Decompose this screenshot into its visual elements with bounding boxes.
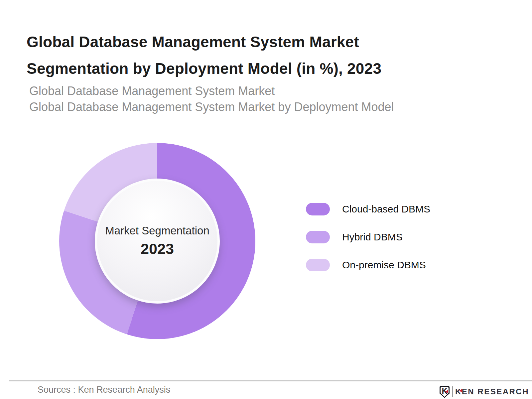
brand-rest: EN RESEARCH (462, 387, 529, 396)
legend-item-hybrid-dbms: Hybrid DBMS (306, 231, 430, 243)
red-arrow-icon (459, 389, 462, 392)
infographic-canvas: Global Database Management System Market… (0, 0, 532, 399)
sources-text: Sources : Ken Research Analysis (38, 385, 170, 395)
chart-subtitle-line2: Global Database Management System Market… (29, 99, 462, 115)
legend: Cloud-based DBMS Hybrid DBMS On-premise … (306, 203, 430, 271)
legend-label-hybrid-dbms: Hybrid DBMS (342, 231, 403, 243)
page-title: Global Database Management System Market… (27, 29, 472, 82)
donut-chart: Market Segmentation 2023 (59, 143, 255, 339)
page-title-line1: Global Database Management System Market (27, 33, 359, 51)
ken-research-shield-icon: K (440, 386, 450, 398)
legend-item-on-premise-dbms: On-premise DBMS (306, 259, 430, 271)
legend-swatch-cloud-based-dbms-icon (306, 203, 330, 215)
donut-center-label: Market Segmentation (105, 224, 209, 237)
donut-center: Market Segmentation 2023 (95, 179, 220, 304)
chart-subtitle-line1: Global Database Management System Market (29, 83, 462, 99)
legend-item-cloud-based-dbms: Cloud-based DBMS (306, 203, 430, 215)
legend-swatch-on-premise-dbms-icon (306, 259, 330, 271)
chart-subtitle: Global Database Management System Market… (29, 83, 462, 115)
legend-label-cloud-based-dbms: Cloud-based DBMS (342, 203, 430, 215)
donut-center-year: 2023 (141, 240, 174, 258)
legend-swatch-hybrid-dbms-icon (306, 231, 330, 243)
page-title-line2: Segmentation by Deployment Model (in %),… (27, 60, 381, 77)
ken-research-logo: K KEN RESEARCH (440, 385, 529, 398)
ken-research-wordmark: KEN RESEARCH (455, 387, 529, 396)
legend-label-on-premise-dbms: On-premise DBMS (342, 259, 426, 271)
footer-divider (9, 380, 532, 381)
red-arrow-icon (445, 390, 448, 394)
logo-divider-bar (452, 386, 453, 397)
